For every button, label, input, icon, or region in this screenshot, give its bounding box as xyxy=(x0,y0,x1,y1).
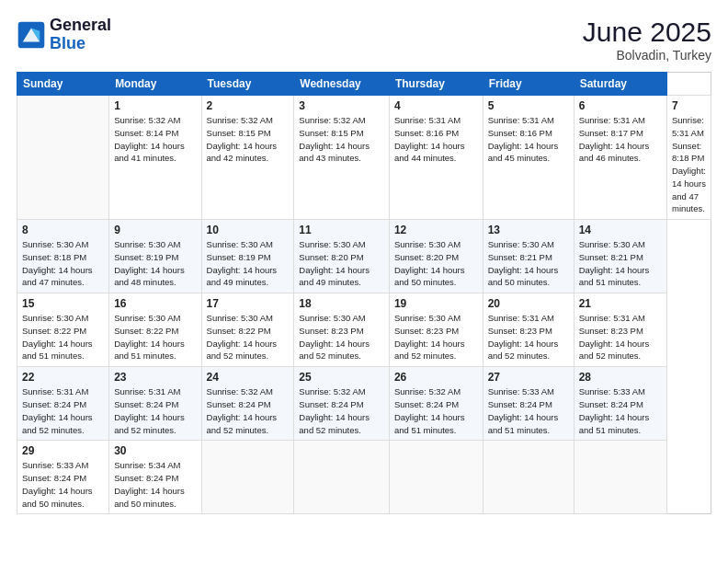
day-info: Sunrise: 5:33 AMSunset: 8:24 PMDaylight:… xyxy=(488,385,569,436)
table-row: 22Sunrise: 5:31 AMSunset: 8:24 PMDayligh… xyxy=(17,367,109,441)
day-number: 22 xyxy=(22,371,104,384)
day-info: Sunrise: 5:33 AMSunset: 8:24 PMDaylight:… xyxy=(579,385,662,436)
day-info: Sunrise: 5:32 AMSunset: 8:15 PMDaylight:… xyxy=(207,114,290,165)
week-row-1: 1Sunrise: 5:32 AMSunset: 8:14 PMDaylight… xyxy=(17,96,711,220)
calendar-header: Sunday Monday Tuesday Wednesday Thursday… xyxy=(17,73,711,96)
table-row: 24Sunrise: 5:32 AMSunset: 8:24 PMDayligh… xyxy=(201,367,294,441)
day-info: Sunrise: 5:32 AMSunset: 8:24 PMDaylight:… xyxy=(394,385,478,436)
table-row: 26Sunrise: 5:32 AMSunset: 8:24 PMDayligh… xyxy=(389,367,483,441)
day-info: Sunrise: 5:30 AMSunset: 8:18 PMDaylight:… xyxy=(22,238,104,289)
table-row xyxy=(483,441,574,514)
table-row: 25Sunrise: 5:32 AMSunset: 8:24 PMDayligh… xyxy=(294,367,390,441)
table-row: 2Sunrise: 5:32 AMSunset: 8:15 PMDaylight… xyxy=(201,96,294,220)
day-info: Sunrise: 5:30 AMSunset: 8:22 PMDaylight:… xyxy=(22,312,104,362)
table-row: 13Sunrise: 5:30 AMSunset: 8:21 PMDayligh… xyxy=(483,220,574,293)
table-row: 21Sunrise: 5:31 AMSunset: 8:23 PMDayligh… xyxy=(574,293,666,367)
day-number: 23 xyxy=(114,371,196,384)
calendar-table: Sunday Monday Tuesday Wednesday Thursday… xyxy=(17,72,711,514)
day-number: 13 xyxy=(488,224,569,236)
day-info: Sunrise: 5:32 AMSunset: 8:14 PMDaylight:… xyxy=(114,114,196,165)
day-number: 11 xyxy=(299,224,384,236)
table-row: 1Sunrise: 5:32 AMSunset: 8:14 PMDaylight… xyxy=(109,96,201,220)
logo-line2: Blue xyxy=(50,35,111,53)
table-row xyxy=(201,441,294,514)
table-row: 5Sunrise: 5:31 AMSunset: 8:16 PMDaylight… xyxy=(483,96,574,220)
day-number: 26 xyxy=(394,371,478,384)
day-info: Sunrise: 5:34 AMSunset: 8:24 PMDaylight:… xyxy=(114,459,196,510)
table-row: 23Sunrise: 5:31 AMSunset: 8:24 PMDayligh… xyxy=(109,367,201,441)
header-row: Sunday Monday Tuesday Wednesday Thursday… xyxy=(17,73,711,96)
day-info: Sunrise: 5:30 AMSunset: 8:20 PMDaylight:… xyxy=(394,238,478,289)
col-wednesday: Wednesday xyxy=(294,73,390,96)
day-number: 9 xyxy=(114,224,196,236)
title-block: June 2025 Bolvadin, Turkey xyxy=(583,17,711,63)
day-number: 30 xyxy=(114,444,196,457)
table-row: 7Sunrise: 5:31 AMSunset: 8:18 PMDaylight… xyxy=(666,96,711,220)
table-row: 9Sunrise: 5:30 AMSunset: 8:19 PMDaylight… xyxy=(109,220,201,293)
day-info: Sunrise: 5:31 AMSunset: 8:16 PMDaylight:… xyxy=(488,114,569,165)
logo-icon xyxy=(17,20,46,50)
day-number: 15 xyxy=(22,297,104,310)
day-number: 27 xyxy=(488,371,569,384)
logo: General Blue xyxy=(17,17,111,53)
day-number: 2 xyxy=(207,99,290,112)
empty-cell xyxy=(17,96,109,220)
logo-line1: General xyxy=(50,17,111,35)
day-info: Sunrise: 5:30 AMSunset: 8:23 PMDaylight:… xyxy=(299,312,384,362)
day-info: Sunrise: 5:31 AMSunset: 8:24 PMDaylight:… xyxy=(22,385,104,436)
table-row: 28Sunrise: 5:33 AMSunset: 8:24 PMDayligh… xyxy=(574,367,666,441)
table-row: 29Sunrise: 5:33 AMSunset: 8:24 PMDayligh… xyxy=(17,441,109,514)
calendar-body: 1Sunrise: 5:32 AMSunset: 8:14 PMDaylight… xyxy=(17,96,711,514)
week-row-4: 22Sunrise: 5:31 AMSunset: 8:24 PMDayligh… xyxy=(17,367,711,441)
col-sunday: Sunday xyxy=(17,73,109,96)
week-row-5: 29Sunrise: 5:33 AMSunset: 8:24 PMDayligh… xyxy=(17,441,711,514)
day-number: 1 xyxy=(114,99,196,112)
table-row: 15Sunrise: 5:30 AMSunset: 8:22 PMDayligh… xyxy=(17,293,109,367)
day-info: Sunrise: 5:31 AMSunset: 8:24 PMDaylight:… xyxy=(114,385,196,436)
day-number: 3 xyxy=(299,99,384,112)
col-monday: Monday xyxy=(109,73,201,96)
day-number: 19 xyxy=(394,297,478,310)
day-number: 12 xyxy=(394,224,478,236)
day-number: 6 xyxy=(579,99,662,112)
table-row: 14Sunrise: 5:30 AMSunset: 8:21 PMDayligh… xyxy=(574,220,666,293)
day-number: 14 xyxy=(579,224,662,236)
day-number: 24 xyxy=(207,371,290,384)
table-row: 20Sunrise: 5:31 AMSunset: 8:23 PMDayligh… xyxy=(483,293,574,367)
table-row: 10Sunrise: 5:30 AMSunset: 8:19 PMDayligh… xyxy=(201,220,294,293)
calendar-title: June 2025 xyxy=(583,17,711,48)
day-number: 29 xyxy=(22,444,104,457)
day-info: Sunrise: 5:30 AMSunset: 8:20 PMDaylight:… xyxy=(299,238,384,289)
table-row xyxy=(574,441,666,514)
day-info: Sunrise: 5:31 AMSunset: 8:16 PMDaylight:… xyxy=(394,114,478,165)
day-number: 17 xyxy=(207,297,290,310)
table-row: 11Sunrise: 5:30 AMSunset: 8:20 PMDayligh… xyxy=(294,220,390,293)
table-row: 4Sunrise: 5:31 AMSunset: 8:16 PMDaylight… xyxy=(389,96,483,220)
day-info: Sunrise: 5:30 AMSunset: 8:21 PMDaylight:… xyxy=(579,238,662,289)
day-number: 18 xyxy=(299,297,384,310)
day-info: Sunrise: 5:30 AMSunset: 8:19 PMDaylight:… xyxy=(207,238,290,289)
table-row: 27Sunrise: 5:33 AMSunset: 8:24 PMDayligh… xyxy=(483,367,574,441)
day-info: Sunrise: 5:32 AMSunset: 8:24 PMDaylight:… xyxy=(299,385,384,436)
table-row: 16Sunrise: 5:30 AMSunset: 8:22 PMDayligh… xyxy=(109,293,201,367)
day-info: Sunrise: 5:33 AMSunset: 8:24 PMDaylight:… xyxy=(22,459,104,510)
table-row: 12Sunrise: 5:30 AMSunset: 8:20 PMDayligh… xyxy=(389,220,483,293)
day-info: Sunrise: 5:32 AMSunset: 8:24 PMDaylight:… xyxy=(207,385,290,436)
table-row: 3Sunrise: 5:32 AMSunset: 8:15 PMDaylight… xyxy=(294,96,390,220)
table-row: 18Sunrise: 5:30 AMSunset: 8:23 PMDayligh… xyxy=(294,293,390,367)
col-friday: Friday xyxy=(483,73,574,96)
table-row: 6Sunrise: 5:31 AMSunset: 8:17 PMDaylight… xyxy=(574,96,666,220)
col-saturday: Saturday xyxy=(574,73,666,96)
day-number: 25 xyxy=(299,371,384,384)
day-info: Sunrise: 5:31 AMSunset: 8:23 PMDaylight:… xyxy=(488,312,569,362)
table-row: 8Sunrise: 5:30 AMSunset: 8:18 PMDaylight… xyxy=(17,220,109,293)
table-row: 19Sunrise: 5:30 AMSunset: 8:23 PMDayligh… xyxy=(389,293,483,367)
day-info: Sunrise: 5:31 AMSunset: 8:17 PMDaylight:… xyxy=(579,114,662,165)
calendar-subtitle: Bolvadin, Turkey xyxy=(583,48,711,63)
table-row: 30Sunrise: 5:34 AMSunset: 8:24 PMDayligh… xyxy=(109,441,201,514)
day-info: Sunrise: 5:30 AMSunset: 8:22 PMDaylight:… xyxy=(207,312,290,362)
day-info: Sunrise: 5:30 AMSunset: 8:22 PMDaylight:… xyxy=(114,312,196,362)
day-number: 5 xyxy=(488,99,569,112)
day-number: 4 xyxy=(394,99,478,112)
week-row-3: 15Sunrise: 5:30 AMSunset: 8:22 PMDayligh… xyxy=(17,293,711,367)
